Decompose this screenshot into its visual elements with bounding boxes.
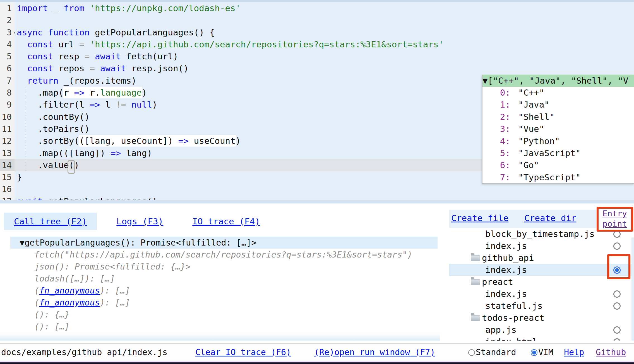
- github-link[interactable]: Github: [596, 347, 626, 357]
- inspector-entry: 6:"Go": [482, 159, 634, 171]
- token: [17, 76, 27, 86]
- file-panel-scrollbar[interactable]: [631, 237, 634, 341]
- token: =>: [90, 100, 100, 110]
- code-line-17[interactable]: 17await getPopularLanguages(): [0, 195, 634, 200]
- fn-anonymous-link[interactable]: fn_anonymous: [39, 298, 100, 307]
- code-line-2[interactable]: 2: [0, 14, 634, 26]
- entry-point-radio[interactable]: [613, 242, 621, 250]
- entry-value: "TypeScript": [518, 171, 581, 183]
- file-row-index-js[interactable]: index.js: [449, 288, 634, 300]
- reopen-run-window-link[interactable]: (Re)open run window (F7): [314, 347, 435, 357]
- clear-io-trace-link[interactable]: Clear IO trace (F6): [195, 347, 291, 357]
- call-node-suffix: ): […]: [100, 286, 130, 295]
- entry-index: 7:: [482, 171, 510, 183]
- occurrence-highlight: r => r.language: [63, 87, 142, 98]
- entry-point-radio[interactable]: [613, 302, 621, 310]
- entry-index: 5:: [482, 147, 510, 159]
- vim-radio-icon[interactable]: [531, 349, 537, 356]
- token: getPopularLanguages() {: [90, 27, 215, 37]
- status-bar: docs/examples/github_api/index.js Clear …: [0, 343, 634, 360]
- folder-row-github-api[interactable]: github_api: [449, 252, 634, 264]
- file-row-index-js[interactable]: index.js: [449, 264, 634, 276]
- entry-point-radio[interactable]: [613, 326, 621, 334]
- line-number: 14: [0, 159, 15, 171]
- fn-anonymous-link[interactable]: fn_anonymous: [39, 286, 100, 295]
- code-line-5[interactable]: 5 const resp = await fetch(url): [0, 50, 634, 62]
- call-tree-node[interactable]: (): {…}: [10, 309, 438, 321]
- file-tree[interactable]: block_by_timestamp.jsindex.jsgithub_apii…: [449, 228, 634, 341]
- token: const: [27, 51, 53, 61]
- tab-call-tree-f2-[interactable]: Call tree (F2): [4, 213, 97, 230]
- value-inspector-panel[interactable]: ▼["C++", "Java", "Shell", "V 0:"C++"1:"J…: [482, 75, 634, 184]
- code-line-6[interactable]: 6 const repos = await resp.json(): [0, 62, 634, 74]
- line-number: 5: [0, 50, 15, 62]
- file-row-stateful-js[interactable]: stateful.js: [449, 300, 634, 312]
- code-editor[interactable]: 1import _ from 'https://unpkg.com/lodash…: [0, 0, 634, 203]
- call-tree-node[interactable]: fetch("https://api.github.com/search/rep…: [10, 249, 438, 261]
- current-file-path: docs/examples/github_api/index.js: [1, 347, 167, 357]
- folder-icon: [471, 279, 480, 285]
- token: =: [79, 39, 85, 49]
- bottom-dark-strip: [0, 362, 634, 364]
- code-line-3[interactable]: 3▾async function getPopularLanguages() {: [0, 26, 634, 38]
- entry-point-radio[interactable]: [613, 290, 621, 298]
- call-tree-bottom-strip: [0, 333, 440, 341]
- call-tree-node[interactable]: (fn_anonymous): […]: [10, 285, 438, 297]
- token: .countBy(): [17, 112, 90, 122]
- call-tree-node[interactable]: (): […]: [10, 321, 438, 333]
- token: ): [142, 88, 147, 98]
- inspector-entry: 5:"JavaScript": [482, 147, 634, 159]
- token: r.: [85, 88, 100, 98]
- call-tree-node[interactable]: (fn_anonymous): […]: [10, 297, 438, 309]
- create-file-link[interactable]: Create file: [451, 213, 508, 223]
- inspector-entry: 1:"Java": [482, 99, 634, 111]
- code-text: const repos = await resp.json(): [15, 62, 634, 74]
- call-tree-node[interactable]: lodash([…]): […]: [10, 273, 438, 285]
- entry-index: 0:: [482, 87, 510, 99]
- entry-index: 1:: [482, 99, 510, 111]
- folder-row-preact[interactable]: preact: [449, 276, 634, 288]
- token: =>: [111, 148, 121, 158]
- token: import: [17, 3, 48, 13]
- token: =: [85, 51, 90, 61]
- call-tree-root-node[interactable]: ▼getPopularLanguages(): Promise<fulfille…: [10, 237, 438, 249]
- tab-io-trace-f4-[interactable]: IO trace (F4): [192, 213, 260, 230]
- token: lang): [121, 148, 152, 158]
- entry-point-radio[interactable]: [613, 338, 621, 341]
- tab-label: Call tree (F2): [14, 216, 87, 226]
- inspector-entry: 0:"C++": [482, 87, 634, 99]
- help-link[interactable]: Help: [564, 347, 584, 357]
- token: language: [100, 88, 142, 98]
- line-number: 16: [0, 183, 15, 195]
- line-number: 9: [0, 99, 15, 111]
- token: [126, 100, 131, 110]
- token: function: [48, 27, 90, 37]
- file-name: stateful.js: [485, 300, 542, 312]
- create-dir-link[interactable]: Create dir: [524, 213, 577, 223]
- code-line-16[interactable]: 16: [0, 183, 634, 195]
- call-tree-node[interactable]: json(): Promise<fulfilled: {…}>: [10, 261, 438, 273]
- code-line-4[interactable]: 4 const url = 'https://api.github.com/se…: [0, 38, 634, 50]
- file-row-app-js[interactable]: app.js: [449, 324, 634, 336]
- tab-label: IO trace (F4): [192, 216, 260, 226]
- inspector-entry: 4:"Python": [482, 135, 634, 147]
- folder-row-todos-preact[interactable]: todos-preact: [449, 312, 634, 324]
- standard-label: Standard: [476, 347, 516, 357]
- token: .map(([lang]): [17, 148, 111, 158]
- folder-icon: [471, 255, 480, 261]
- code-line-1[interactable]: 1import _ from 'https://unpkg.com/lodash…: [0, 2, 634, 14]
- code-text: [15, 183, 634, 195]
- fold-marker-icon[interactable]: ▾: [13, 27, 16, 39]
- mode-standard-option[interactable]: Standard: [468, 347, 516, 357]
- mode-vim-option[interactable]: VIM: [531, 347, 553, 357]
- token: ): [152, 100, 157, 110]
- call-tree[interactable]: ▼getPopularLanguages(): Promise<fulfille…: [10, 237, 438, 336]
- token: .sortBy(: [17, 136, 79, 146]
- inspector-array-preview[interactable]: ▼["C++", "Java", "Shell", "V: [482, 75, 634, 87]
- token: resp: [53, 51, 85, 61]
- file-row-index-js[interactable]: index.js: [449, 240, 634, 252]
- standard-radio-icon[interactable]: [468, 349, 475, 356]
- file-row-index-html[interactable]: index.html: [449, 336, 634, 341]
- editor-scrollbar-strip[interactable]: [0, 200, 634, 203]
- tab-logs-f3-[interactable]: Logs (F3): [116, 213, 163, 230]
